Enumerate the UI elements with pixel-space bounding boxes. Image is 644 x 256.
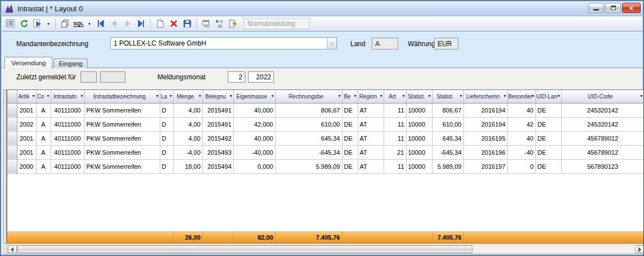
cell[interactable]: A xyxy=(36,131,51,145)
column-filter-icon[interactable]: ▾ xyxy=(557,93,560,98)
cell[interactable]: 40,000 xyxy=(233,131,275,145)
cell[interactable]: -645,34 xyxy=(275,145,342,159)
cell[interactable]: 11 xyxy=(384,103,406,117)
renumber-button[interactable]: 000 xyxy=(214,18,226,30)
column-filter-icon[interactable]: ▾ xyxy=(532,93,534,98)
cell[interactable]: 40 xyxy=(507,131,535,145)
column-filter-icon[interactable]: ▾ xyxy=(640,93,642,98)
cell[interactable]: AT xyxy=(358,103,384,117)
cell[interactable]: PKW Sommerreifen xyxy=(84,145,160,159)
cell[interactable]: 40 xyxy=(507,103,535,117)
cell[interactable]: 18,00 xyxy=(173,159,202,173)
cell[interactable]: DE xyxy=(535,159,561,173)
run-menu-button[interactable]: ▾ xyxy=(45,18,52,30)
cell[interactable]: -40,000 xyxy=(233,145,275,159)
cell[interactable]: 4,00 xyxy=(173,117,202,131)
table-row[interactable]: 2002 A 40111000 PKW Sommerreifen D 4,00 … xyxy=(7,117,644,131)
cell[interactable]: 10000 xyxy=(406,131,432,145)
cell[interactable]: DE xyxy=(535,117,561,131)
mandant-combobox[interactable]: 1 POLLEX-LC Software GmbH ▾ xyxy=(110,37,337,50)
cell[interactable]: 2015492 xyxy=(202,131,233,145)
cell[interactable]: 2016194 xyxy=(463,103,507,117)
cell[interactable]: 567890123 xyxy=(561,159,644,173)
cell[interactable]: 245320142 xyxy=(561,103,644,117)
cell[interactable]: 645,34 xyxy=(275,131,342,145)
cell[interactable]: 2002 xyxy=(17,117,36,131)
save-button[interactable] xyxy=(181,18,193,30)
cell[interactable]: DE xyxy=(535,145,561,159)
column-header-lieferscheinnr[interactable]: Lieferscheinn▾ xyxy=(463,90,507,103)
cell[interactable]: 4,00 xyxy=(173,103,202,117)
new-record-button[interactable] xyxy=(154,18,166,30)
run-button[interactable] xyxy=(31,18,43,30)
cell[interactable]: 10000 xyxy=(406,145,432,159)
column-header-rechnungsbetrag[interactable]: Rechnungsbe▾ xyxy=(275,90,342,103)
reporting-year-field[interactable]: 2022 xyxy=(248,71,274,83)
cell[interactable]: DE xyxy=(535,103,561,117)
column-filter-icon[interactable]: ▾ xyxy=(199,93,201,98)
cell[interactable]: 2000 xyxy=(17,159,36,173)
cell[interactable]: 2015493 xyxy=(202,145,233,159)
column-filter-icon[interactable]: ▾ xyxy=(354,93,356,98)
cell[interactable]: 10000 xyxy=(406,103,432,117)
column-header-uid-land[interactable]: UID-Lan▾ xyxy=(535,90,561,103)
cell[interactable]: 2016196 xyxy=(463,145,507,159)
column-header-statist-1[interactable]: Statist.▾ xyxy=(406,90,432,103)
column-filter-icon[interactable]: ▾ xyxy=(156,93,158,98)
close-button[interactable]: × xyxy=(622,3,641,13)
cell[interactable]: 11 xyxy=(384,159,406,173)
tab-eingang[interactable]: Eingang xyxy=(53,59,87,68)
cell[interactable]: 806,67 xyxy=(275,103,342,117)
cell[interactable]: A xyxy=(36,145,51,159)
export-button[interactable] xyxy=(227,18,239,30)
cell[interactable]: DE xyxy=(535,131,561,145)
column-filter-icon[interactable]: ▾ xyxy=(402,93,404,98)
column-header-intrastatbezeichnung[interactable]: Intrastatbezeichnung▾ xyxy=(84,90,160,103)
column-header-uid-code[interactable]: UID-Code▾ xyxy=(561,90,644,103)
cell[interactable]: 11 xyxy=(384,131,406,145)
combo-dropdown-button[interactable]: ▾ xyxy=(327,38,336,49)
copy-button[interactable] xyxy=(59,18,71,30)
cell[interactable]: 2016194 xyxy=(463,117,507,131)
tab-versendung[interactable]: Versendung xyxy=(4,57,52,68)
row-indicator[interactable] xyxy=(7,159,17,173)
column-header-intrastatnr[interactable]: Intrastatn▾ xyxy=(51,90,84,103)
properties-button[interactable] xyxy=(4,18,16,30)
cell[interactable]: 11 xyxy=(384,117,406,131)
cell[interactable]: AT xyxy=(358,117,384,131)
cell[interactable]: 40111000 xyxy=(51,145,84,159)
column-header-besonder[interactable]: Besonder▾ xyxy=(507,90,535,103)
column-filter-icon[interactable]: ▾ xyxy=(338,93,340,98)
cell[interactable]: -40 xyxy=(507,145,535,159)
column-filter-icon[interactable]: ▾ xyxy=(460,93,462,98)
row-indicator[interactable] xyxy=(7,103,17,117)
column-header-eigenmasse[interactable]: Eigenmasse▾ xyxy=(233,90,275,103)
horizontal-scrollbar[interactable] xyxy=(3,245,644,254)
cell[interactable]: 2015491 xyxy=(202,103,233,117)
cell[interactable]: DE xyxy=(342,117,358,131)
cell[interactable]: PKW Sommerreifen xyxy=(84,131,160,145)
column-header-indicator[interactable] xyxy=(7,90,17,103)
column-filter-icon[interactable]: ▾ xyxy=(80,93,83,98)
column-header-belegnr[interactable]: Belegnu▾ xyxy=(202,90,233,103)
column-header-statist-2[interactable]: Statist.▾ xyxy=(432,90,463,103)
cell[interactable]: 10000 xyxy=(406,159,432,173)
column-header-region[interactable]: Region▾ xyxy=(358,90,384,103)
sql-button[interactable]: SQL xyxy=(73,18,84,30)
cell[interactable]: D xyxy=(160,145,173,159)
cell[interactable]: PKW Sommerreifen xyxy=(84,159,160,173)
cell[interactable]: A xyxy=(36,103,51,117)
column-header-co[interactable]: Co▾ xyxy=(36,90,51,103)
column-header-menge[interactable]: Menge▾ xyxy=(173,90,202,103)
cell[interactable]: PKW Sommerreifen xyxy=(84,103,160,117)
scroll-right-button[interactable] xyxy=(635,245,644,253)
column-filter-icon[interactable]: ▾ xyxy=(169,93,172,98)
table-row[interactable]: 2000 A 40111000 PKW Sommerreifen D 18,00… xyxy=(7,159,644,173)
last-record-button[interactable] xyxy=(135,18,147,30)
cell[interactable]: 456789012 xyxy=(561,131,644,145)
cell[interactable]: DE xyxy=(342,159,358,173)
scrollbar-thumb[interactable] xyxy=(17,245,472,253)
cell[interactable]: A xyxy=(36,159,51,173)
cell[interactable]: 42,000 xyxy=(233,117,275,131)
cell[interactable]: D xyxy=(160,117,173,131)
